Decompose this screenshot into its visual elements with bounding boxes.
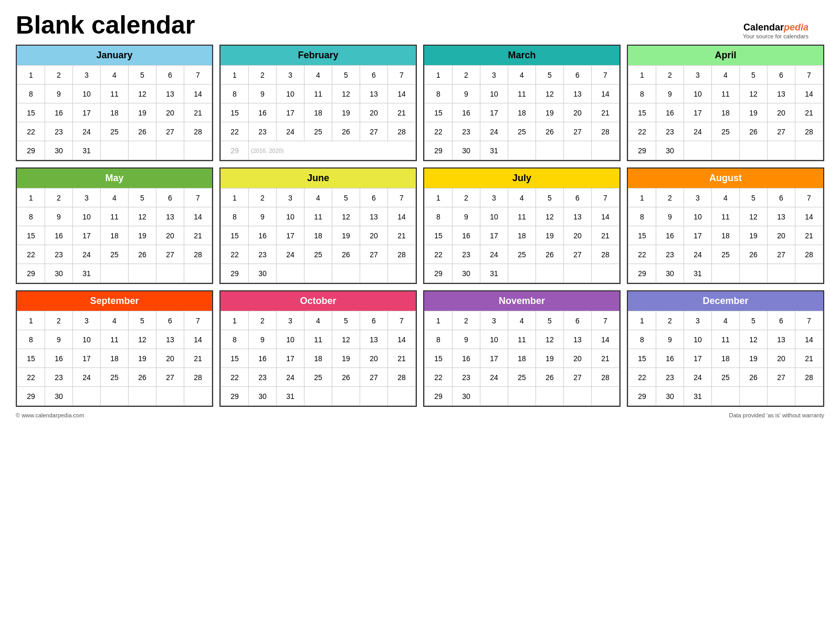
table-row: 7 [795, 311, 823, 330]
month-header-september: September [17, 291, 212, 311]
table-row: 18 [304, 226, 332, 245]
table-row: 10 [73, 85, 101, 103]
table-row: 21 [184, 349, 212, 368]
month-table-august: 1234567891011121314151617181920212223242… [628, 188, 823, 283]
table-row [768, 264, 795, 283]
table-row: 31 [480, 141, 508, 160]
table-row: 21 [184, 103, 212, 122]
month-table-february: 1234567891011121314151617181920212223242… [220, 65, 416, 160]
table-row: 7 [592, 311, 620, 330]
month-table-july: 1234567891011121314151617181920212223242… [424, 188, 620, 283]
logo-calendar: Calendar [743, 22, 784, 33]
table-row: 29 [17, 387, 45, 406]
table-row: 25 [712, 245, 740, 264]
table-row [304, 264, 332, 283]
month-february: February12345678910111213141516171819202… [219, 45, 417, 161]
table-row: 5 [129, 188, 156, 207]
table-row [536, 141, 564, 160]
table-row: 21 [592, 103, 620, 122]
table-row: 28 [795, 122, 823, 141]
table-row: 4 [101, 66, 129, 85]
table-row: 6 [564, 188, 592, 207]
table-row: 7 [184, 311, 212, 330]
table-row: 28 [388, 122, 416, 141]
table-row: 26 [740, 368, 768, 387]
table-row: 18 [712, 103, 740, 122]
table-row: 24 [480, 368, 508, 387]
table-row: 13 [156, 207, 184, 226]
table-row: 10 [480, 330, 508, 349]
table-row: 6 [360, 66, 388, 85]
table-row: 8 [17, 330, 45, 349]
month-june: June123456789101112131415161718192021222… [219, 167, 417, 284]
footer-left: © www.calendarpedia.com [16, 412, 84, 418]
table-row: 16 [453, 226, 480, 245]
table-row: 9 [249, 330, 277, 349]
month-header-may: May [17, 169, 212, 188]
table-row: 4 [508, 311, 536, 330]
table-row: 10 [684, 330, 712, 349]
table-row: 23 [656, 368, 684, 387]
table-row: 11 [712, 330, 740, 349]
month-header-november: November [424, 291, 620, 311]
month-table-september: 1234567891011121314151617181920212223242… [17, 311, 212, 406]
table-row: 17 [480, 103, 508, 122]
table-row: 18 [508, 103, 536, 122]
table-row: 6 [156, 66, 184, 85]
table-row: 9 [656, 85, 684, 103]
month-header-august: August [628, 169, 823, 188]
table-row: 5 [536, 311, 564, 330]
table-row: 13 [360, 85, 388, 103]
table-row: 7 [592, 66, 620, 85]
table-row [795, 141, 823, 160]
table-row: 8 [221, 207, 249, 226]
table-row: 22 [221, 245, 249, 264]
table-row [740, 387, 768, 406]
table-row: 28 [388, 368, 416, 387]
table-row [768, 387, 795, 406]
table-row: 19 [332, 349, 360, 368]
table-row: 24 [73, 245, 101, 264]
table-row: 31 [73, 141, 101, 160]
table-row: 22 [628, 368, 656, 387]
table-row: 15 [221, 103, 249, 122]
table-row: 22 [17, 122, 45, 141]
month-table-march: 1234567891011121314151617181920212223242… [424, 65, 620, 160]
table-row: 17 [684, 226, 712, 245]
table-row: 21 [592, 226, 620, 245]
table-row: 25 [101, 368, 129, 387]
month-table-november: 1234567891011121314151617181920212223242… [424, 311, 620, 406]
table-row: 3 [480, 188, 508, 207]
logo: Calendarpedia Your source for calendars [743, 22, 808, 39]
table-row: 25 [712, 368, 740, 387]
table-row: 14 [388, 207, 416, 226]
table-row: 25 [101, 245, 129, 264]
table-row: 29 [425, 141, 453, 160]
table-row: 18 [712, 349, 740, 368]
table-row: 1 [425, 66, 453, 85]
table-row: 30 [656, 264, 684, 283]
table-row: 3 [684, 311, 712, 330]
table-row: 10 [480, 207, 508, 226]
table-row [360, 387, 388, 406]
table-row: 9 [656, 330, 684, 349]
table-row: 1 [221, 311, 249, 330]
table-row: 18 [712, 226, 740, 245]
table-row: 5 [740, 188, 768, 207]
table-row: 29 [628, 264, 656, 283]
table-row: 1 [425, 188, 453, 207]
table-row: 2 [656, 188, 684, 207]
table-row: 17 [277, 349, 304, 368]
table-row: 22 [425, 245, 453, 264]
table-row: 11 [101, 85, 129, 103]
table-row: 11 [304, 330, 332, 349]
table-row [73, 387, 101, 406]
table-row: 14 [592, 85, 620, 103]
table-row: 15 [628, 226, 656, 245]
table-row [129, 141, 156, 160]
table-row: 21 [592, 349, 620, 368]
table-row: 15 [17, 226, 45, 245]
table-row: 15 [425, 103, 453, 122]
table-row [332, 387, 360, 406]
table-row [129, 264, 156, 283]
